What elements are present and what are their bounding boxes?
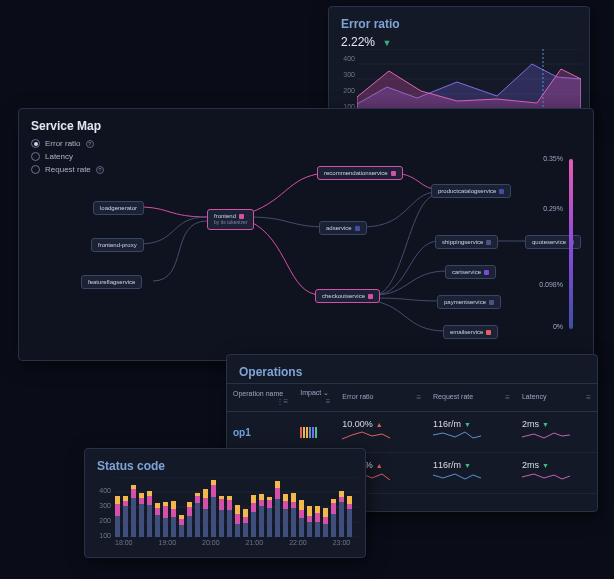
trend-down-icon: ▼ xyxy=(542,421,549,428)
svg-rect-69 xyxy=(267,500,272,508)
svg-rect-99 xyxy=(347,504,352,509)
trend-up-icon: ▲ xyxy=(376,462,383,469)
status-code-panel: Status code 400300 200100 18:0019:00 20:… xyxy=(84,448,366,558)
status-code-chart[interactable] xyxy=(115,477,359,537)
svg-rect-46 xyxy=(203,489,208,498)
sort-icon: ⌄ xyxy=(323,389,329,396)
latency-cell: 2ms▼ xyxy=(516,453,597,494)
svg-rect-20 xyxy=(139,504,144,537)
svg-rect-94 xyxy=(331,499,336,503)
col-request-rate[interactable]: Request rate≡ xyxy=(427,384,516,412)
sparkline-latency xyxy=(522,470,570,484)
svg-rect-64 xyxy=(251,495,256,503)
col-impact[interactable]: Impact ⌄≡ xyxy=(294,384,336,412)
error-ratio-title: Error ratio xyxy=(329,7,589,35)
svg-rect-71 xyxy=(275,499,280,537)
scale-label: 0.29% xyxy=(543,205,563,212)
svg-rect-62 xyxy=(251,512,256,537)
filter-icon: ≡ xyxy=(326,397,331,406)
svg-rect-29 xyxy=(163,518,168,537)
svg-rect-74 xyxy=(283,509,288,537)
trend-down-icon: ▼ xyxy=(464,421,471,428)
svg-rect-93 xyxy=(331,503,336,514)
node-subtitle: by its tokenizer xyxy=(214,219,247,225)
color-scale-bar xyxy=(569,159,573,329)
svg-rect-47 xyxy=(211,497,216,537)
node-productcatalogservice[interactable]: productcatalogservice xyxy=(431,184,511,198)
svg-rect-59 xyxy=(243,523,248,537)
node-featureflagservice[interactable]: featureflagservice xyxy=(81,275,142,289)
col-operation-name[interactable]: Operation name⋮≡ xyxy=(227,384,294,412)
node-shippingservice[interactable]: shippingservice xyxy=(435,235,498,249)
svg-rect-21 xyxy=(139,498,144,504)
svg-rect-50 xyxy=(219,510,224,537)
svg-rect-56 xyxy=(235,524,240,537)
error-cell: 10.00%▲ xyxy=(336,412,427,453)
filter-icon: ≡ xyxy=(586,393,591,402)
svg-rect-85 xyxy=(307,506,312,516)
latency-cell: 2ms▼ xyxy=(516,412,597,453)
svg-rect-96 xyxy=(339,497,344,502)
svg-rect-16 xyxy=(123,496,128,501)
svg-rect-40 xyxy=(187,502,192,507)
svg-rect-19 xyxy=(131,485,136,489)
svg-rect-33 xyxy=(171,509,176,517)
svg-rect-23 xyxy=(147,505,152,537)
col-latency[interactable]: Latency≡ xyxy=(516,384,597,412)
svg-rect-28 xyxy=(155,503,160,508)
node-cartservice[interactable]: cartservice xyxy=(445,265,496,279)
col-error-ratio[interactable]: Error ratio≡ xyxy=(336,384,427,412)
svg-rect-45 xyxy=(203,498,208,509)
svg-rect-52 xyxy=(219,496,224,499)
node-frontend-proxy[interactable]: frontend-proxy xyxy=(91,238,144,252)
service-map-panel: Service Map Error ratio ? Latency Reques… xyxy=(18,108,594,361)
svg-rect-30 xyxy=(163,506,168,518)
svg-rect-80 xyxy=(299,518,304,537)
svg-rect-97 xyxy=(339,491,344,497)
node-checkoutservice[interactable]: checkoutservice xyxy=(315,289,380,303)
svg-rect-65 xyxy=(259,506,264,537)
node-loadgenerator[interactable]: loadgenerator xyxy=(93,201,144,215)
svg-rect-81 xyxy=(299,510,304,518)
svg-rect-17 xyxy=(131,498,136,537)
svg-rect-63 xyxy=(251,503,256,512)
svg-rect-31 xyxy=(163,502,168,506)
svg-rect-18 xyxy=(131,489,136,498)
error-ratio-chart[interactable] xyxy=(357,49,581,111)
scale-label: 0.098% xyxy=(539,281,563,288)
svg-rect-100 xyxy=(347,496,352,504)
svg-rect-36 xyxy=(179,519,184,525)
svg-rect-60 xyxy=(243,517,248,523)
svg-rect-86 xyxy=(315,522,320,537)
impact-cell xyxy=(294,412,336,453)
operation-name: op1 xyxy=(227,412,294,453)
rate-cell: 116r/m▼ xyxy=(427,412,516,453)
svg-rect-35 xyxy=(179,525,184,537)
svg-rect-77 xyxy=(291,508,296,537)
node-recommendationservice[interactable]: recommendationservice xyxy=(317,166,403,180)
table-row[interactable]: op1 10.00%▲ 116r/m▼ 2ms▼ xyxy=(227,412,597,453)
node-paymentservice[interactable]: paymentservice xyxy=(437,295,501,309)
node-frontend[interactable]: frontend by its tokenizer xyxy=(207,209,254,230)
svg-rect-83 xyxy=(307,522,312,537)
svg-rect-76 xyxy=(283,494,288,501)
svg-rect-38 xyxy=(187,516,192,537)
svg-rect-22 xyxy=(139,493,144,498)
scale-label: 0% xyxy=(553,323,563,330)
svg-rect-53 xyxy=(227,510,232,537)
node-emailservice[interactable]: emailservice xyxy=(443,325,498,339)
trend-up-icon: ▲ xyxy=(376,421,383,428)
svg-rect-67 xyxy=(259,494,264,500)
svg-rect-66 xyxy=(259,500,264,506)
sparkline-rate xyxy=(433,429,481,443)
service-map-canvas[interactable] xyxy=(19,109,593,360)
svg-rect-11 xyxy=(115,516,120,537)
trend-down-icon: ▼ xyxy=(382,38,391,48)
error-ratio-value: 2.22% ▼ xyxy=(329,35,589,49)
svg-rect-72 xyxy=(275,488,280,499)
svg-rect-82 xyxy=(299,500,304,510)
trend-down-icon: ▼ xyxy=(464,462,471,469)
node-adservice[interactable]: adservice xyxy=(319,221,367,235)
svg-rect-57 xyxy=(235,514,240,524)
svg-rect-43 xyxy=(195,493,200,496)
